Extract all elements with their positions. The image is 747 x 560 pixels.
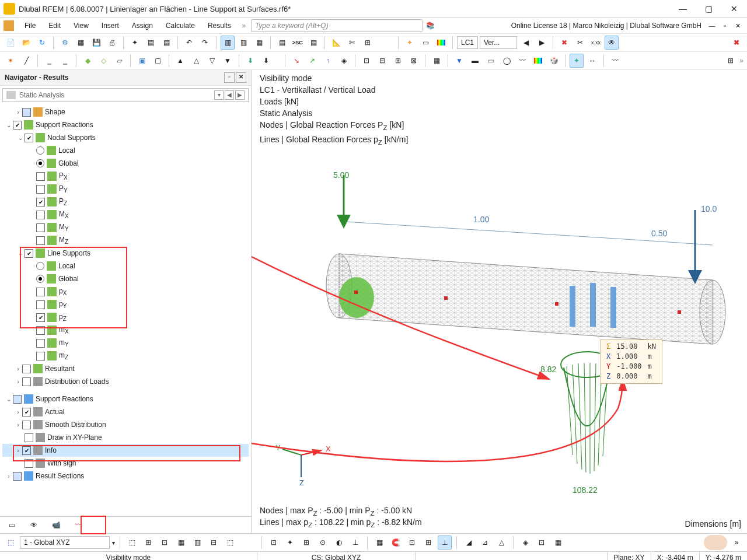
tree-lpx[interactable]: pX	[59, 287, 67, 296]
tree-shape[interactable]: Shape	[45, 108, 65, 116]
snap15-icon[interactable]: ◈	[518, 536, 532, 550]
panel2-icon[interactable]: ▥	[236, 36, 250, 50]
bt6-icon[interactable]: ⊟	[207, 536, 221, 550]
search-input[interactable]: Type a keyword (Alt+Q)	[251, 19, 423, 32]
grid2-icon[interactable]: ⊞	[724, 54, 738, 68]
menu-view[interactable]: View	[68, 20, 95, 32]
surf-icon[interactable]: ◆	[81, 54, 95, 68]
view2-icon[interactable]: ⊟	[375, 54, 389, 68]
section-icon[interactable]: ✄	[345, 36, 359, 50]
load2-icon[interactable]: ⬇	[259, 54, 273, 68]
tree-nodal-local[interactable]: Local	[58, 146, 75, 155]
undo-icon[interactable]: ↶	[182, 36, 196, 50]
save-icon[interactable]: 💾	[89, 36, 103, 50]
report-icon[interactable]: ▤	[306, 36, 320, 50]
doc-icon[interactable]: ▤	[144, 36, 158, 50]
snap10-icon[interactable]: ⊞	[421, 536, 435, 550]
tree-px[interactable]: PX	[59, 172, 68, 181]
menu-insert[interactable]: Insert	[96, 20, 125, 32]
tree-py[interactable]: PY	[59, 184, 68, 194]
snap5-icon[interactable]: ◐	[332, 536, 346, 550]
cs-icon[interactable]: ⬚	[4, 536, 18, 550]
snap13-icon[interactable]: ⊿	[478, 536, 492, 550]
iso-icon[interactable]: ◈	[337, 54, 351, 68]
tree-drawxy[interactable]: Draw in XY-Plane	[47, 433, 102, 442]
snap3-icon[interactable]: ⊞	[299, 536, 313, 550]
analysis-combo[interactable]: Static Analysis ▾◀▶	[2, 88, 249, 102]
lc-name[interactable]: Ver...	[480, 36, 517, 49]
books-icon[interactable]: 📚	[424, 19, 438, 33]
sup3-icon[interactable]: ▽	[205, 54, 219, 68]
tree-mx[interactable]: MX	[59, 210, 69, 219]
tree-lmy[interactable]: mY	[59, 338, 69, 348]
tab-results-icon[interactable]: 〰	[70, 519, 86, 531]
tree-sign[interactable]: With sign	[47, 459, 76, 467]
res3-icon[interactable]: ◯	[500, 54, 514, 68]
grid-icon[interactable]: ⊞	[361, 36, 375, 50]
newdoc-icon[interactable]: ✦	[128, 36, 142, 50]
toggle2-icon[interactable]: ↔	[585, 54, 599, 68]
tree-my[interactable]: MY	[59, 223, 69, 232]
lc-prev-icon[interactable]: ◀	[519, 36, 533, 50]
surf3-icon[interactable]: ▱	[112, 54, 126, 68]
node-icon[interactable]: ✶	[4, 54, 18, 68]
tree-line-supports[interactable]: Line Supports	[47, 249, 90, 257]
print-icon[interactable]: 🖨	[105, 36, 119, 50]
view3-icon[interactable]: ⊞	[391, 54, 405, 68]
navigator-tree[interactable]: ›Shape ⌄Support Reactions ⌄Nodal Support…	[0, 104, 251, 516]
lc-next-icon[interactable]: ▶	[535, 36, 549, 50]
filter-icon[interactable]: ▼	[452, 54, 466, 68]
snap9-icon[interactable]: ⊡	[405, 536, 419, 550]
gear-icon[interactable]: ⚙	[58, 36, 72, 50]
snap12-icon[interactable]: ◢	[462, 536, 476, 550]
menu-assign[interactable]: Assign	[126, 20, 159, 32]
snap1-icon[interactable]: ⊡	[267, 536, 281, 550]
window-icon[interactable]: ▭	[418, 36, 432, 50]
mdi-min[interactable]: —	[706, 18, 718, 34]
tree-lpy[interactable]: pY	[59, 300, 67, 309]
snap6-icon[interactable]: ⊥	[348, 536, 362, 550]
tab-eye-icon[interactable]: 👁	[26, 519, 42, 531]
snap11-icon[interactable]: ⊥	[438, 536, 452, 550]
snap8-icon[interactable]: 🧲	[389, 536, 403, 550]
menu-calculate[interactable]: Calculate	[160, 20, 201, 32]
snap4-icon[interactable]: ⊙	[316, 536, 330, 550]
bt5-icon[interactable]: ▥	[190, 536, 204, 550]
redo-icon[interactable]: ↷	[198, 36, 212, 50]
colorbar-icon[interactable]	[434, 36, 448, 50]
tree-mz[interactable]: MZ	[59, 236, 68, 245]
toggle1-icon[interactable]: ✦	[570, 54, 584, 68]
sup1-icon[interactable]: ▲	[173, 54, 187, 68]
line-icon[interactable]: ╱	[19, 54, 33, 68]
tree-lmx[interactable]: mX	[59, 326, 69, 335]
res4-icon[interactable]: 〰	[515, 54, 529, 68]
snap2-icon[interactable]: ✦	[283, 536, 297, 550]
tab-data-icon[interactable]: ▭	[4, 519, 20, 531]
cube-icon[interactable]: 🎲	[547, 54, 561, 68]
layers-icon[interactable]: ▦	[74, 36, 88, 50]
member-icon[interactable]: ⎯	[42, 54, 56, 68]
tree-support-reactions-2[interactable]: Support Reactions	[36, 395, 93, 403]
del-lc-icon[interactable]: ✖	[557, 36, 571, 50]
open-icon[interactable]: 📂	[19, 36, 33, 50]
bt-more-icon[interactable]: »	[729, 536, 743, 550]
avatar-icon[interactable]	[704, 535, 727, 550]
tab-camera-icon[interactable]: 📹	[48, 519, 64, 531]
panel1-icon[interactable]: ▥	[221, 36, 235, 50]
tree-line-global[interactable]: Global	[58, 275, 79, 283]
spark-icon[interactable]: ✦	[403, 36, 417, 50]
tree-lpz[interactable]: pZ	[59, 313, 67, 322]
tree-nodal-global[interactable]: Global	[58, 159, 79, 167]
eye-icon[interactable]: 👁	[605, 36, 619, 50]
load1-icon[interactable]: ⬇	[243, 54, 257, 68]
minimize-button[interactable]: —	[670, 1, 696, 17]
res5-icon[interactable]	[531, 54, 545, 68]
member2-icon[interactable]: ⎯	[58, 54, 72, 68]
res1-icon[interactable]: ▬	[468, 54, 482, 68]
mdi-close[interactable]: ✕	[732, 18, 743, 34]
xxx-icon[interactable]: x.xx	[589, 36, 603, 50]
view1-icon[interactable]: ⊡	[359, 54, 374, 68]
tree-nodal-supports[interactable]: Nodal Supports	[47, 134, 96, 142]
clip-icon[interactable]: ✂	[573, 36, 587, 50]
cs-combo[interactable]: 1 - Global XYZ	[20, 536, 110, 549]
